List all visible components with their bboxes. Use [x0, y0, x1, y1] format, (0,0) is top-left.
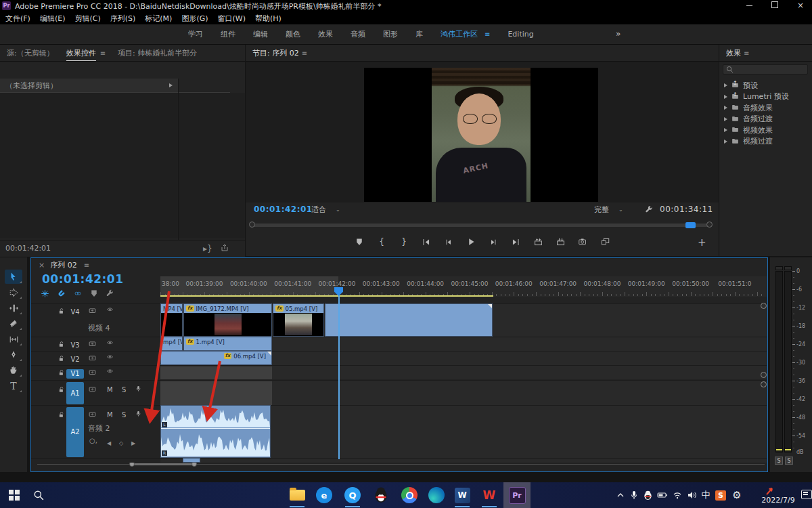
mute-button[interactable]: M — [107, 386, 113, 394]
tray-expand-chevron[interactable] — [614, 489, 627, 501]
comparison-view-icon[interactable] — [599, 236, 611, 248]
track-badge-a2[interactable]: A2 — [66, 407, 84, 457]
go-to-out-icon[interactable] — [510, 236, 522, 248]
scrub-track[interactable] — [252, 224, 709, 227]
tool-razor[interactable] — [5, 316, 22, 331]
clip-v4-05mp4[interactable]: fx05.mp4 [V] — [273, 303, 324, 337]
monitor-settings-wrench-icon[interactable] — [645, 205, 653, 213]
tool-ripple-edit[interactable] — [5, 301, 22, 315]
next-keyframe-icon[interactable]: ▶ — [131, 438, 135, 447]
twirl-right-icon[interactable] — [724, 83, 727, 87]
meter-solo-left[interactable]: S — [775, 457, 783, 465]
program-current-timecode[interactable]: 00:01:42:01 — [254, 205, 313, 214]
vertical-scroll-handle[interactable] — [761, 381, 767, 387]
left-panel-tab-1[interactable]: 效果控件 — [66, 45, 96, 61]
qq-icon[interactable] — [372, 486, 390, 504]
timeline-settings-icon[interactable] — [106, 289, 114, 298]
mark-in-icon[interactable]: { — [376, 236, 388, 248]
go-to-in-icon[interactable] — [420, 236, 432, 248]
taskbar-date[interactable]: 2022/7/9 — [757, 496, 800, 505]
track-badge-v2[interactable]: V2 — [66, 355, 84, 364]
sogou-tray-icon[interactable]: S — [715, 489, 727, 501]
workspace-tab-4[interactable]: 效果 — [318, 29, 333, 39]
meter-solo-right[interactable]: S — [785, 457, 793, 465]
edge-legacy-icon[interactable]: e — [315, 486, 333, 504]
quark-browser-icon[interactable]: Q — [344, 486, 361, 504]
workspace-tab-6[interactable]: 图形 — [383, 29, 398, 39]
workspace-tab-3[interactable]: 颜色 — [286, 29, 300, 39]
timeline-zoom-scrollbar[interactable] — [37, 463, 765, 466]
left-panel-tab-2[interactable]: 项目: 帅栋婚礼前半部分 — [118, 45, 197, 60]
export-frame-icon[interactable] — [221, 244, 229, 252]
track-badge-a1[interactable]: A1 — [66, 382, 84, 404]
twirl-right-icon[interactable] — [724, 128, 727, 132]
tool-selection[interactable] — [5, 270, 22, 284]
mark-out-icon[interactable]: } — [398, 236, 410, 248]
clip-v4-img9172[interactable]: fxIMG_9172.MP4 [V] — [183, 303, 272, 337]
panel-menu-icon[interactable]: ≡ — [100, 49, 106, 57]
effects-folder-3[interactable]: 音频过渡 — [719, 114, 812, 125]
menu-item-5[interactable]: 图形(G) — [181, 14, 208, 24]
clip-v4-mp4[interactable]: MP4 [V] — [160, 303, 183, 337]
maximize-button[interactable] — [763, 0, 786, 12]
twirl-right-icon[interactable] — [724, 117, 727, 121]
effects-folder-2[interactable]: 音频效果 — [719, 102, 812, 114]
workspace-tab-1[interactable]: 组件 — [221, 29, 235, 39]
battery-tray-icon[interactable] — [656, 489, 669, 501]
lift-icon[interactable] — [532, 236, 544, 248]
left-panel-tab-0[interactable]: 源:（无剪辑） — [7, 45, 54, 60]
track-output-icon[interactable] — [88, 341, 97, 347]
track-name-label[interactable]: 音频 2 — [88, 423, 110, 433]
workspace-tab-8[interactable]: 鸿伟工作区 — [441, 29, 478, 39]
timeline-current-timecode[interactable]: 00:01:42:01 — [42, 272, 124, 286]
track-badge-v4[interactable]: V4 — [66, 308, 84, 317]
insert-overwrite-nest-icon[interactable] — [41, 289, 49, 298]
track-name-label[interactable]: 视频 4 — [88, 323, 110, 333]
menu-item-2[interactable]: 剪辑(C) — [74, 14, 100, 24]
track-output-icon[interactable] — [88, 355, 97, 362]
effects-panel-tab[interactable]: 效果 — [726, 45, 741, 60]
twirl-right-icon[interactable] — [724, 95, 727, 99]
snap-icon[interactable] — [57, 289, 66, 298]
track-lock-icon[interactable] — [58, 355, 65, 363]
workspace-tab-0[interactable]: 学习 — [188, 29, 203, 39]
menu-item-1[interactable]: 编辑(E) — [40, 14, 66, 24]
solo-button[interactable]: S — [122, 386, 126, 394]
taskbar-search-icon[interactable] — [30, 486, 47, 504]
close-button[interactable]: × — [789, 0, 812, 12]
settings-gear-icon[interactable]: ⚙ — [731, 489, 743, 501]
track-eye-icon[interactable] — [106, 369, 114, 375]
voiceover-mic-icon[interactable] — [135, 410, 141, 418]
play-icon[interactable] — [465, 236, 477, 248]
twirl-right-icon[interactable] — [724, 106, 727, 110]
effects-search-input[interactable] — [723, 64, 808, 75]
minimize-button[interactable] — [738, 0, 761, 12]
twirl-right-icon[interactable] — [724, 140, 727, 144]
track-lane-a1[interactable] — [160, 380, 767, 405]
track-eye-icon[interactable] — [106, 308, 114, 314]
no-clip-selected-header[interactable]: （未选择剪辑） — [0, 79, 178, 92]
wps-icon[interactable]: W — [480, 486, 498, 504]
effects-folder-5[interactable]: 视频过渡 — [719, 136, 812, 148]
menu-item-3[interactable]: 序列(S) — [110, 14, 136, 24]
edge-icon[interactable] — [428, 486, 445, 504]
mute-button[interactable]: M — [107, 411, 113, 419]
menu-item-6[interactable]: 窗口(W) — [218, 14, 246, 24]
button-editor-plus[interactable]: + — [698, 236, 706, 249]
volume-tray-icon[interactable] — [685, 489, 698, 501]
add-marker-icon[interactable] — [353, 236, 365, 248]
linked-selection-icon[interactable] — [73, 291, 83, 297]
clip-v3-mp4[interactable]: mp4 [V] — [160, 337, 183, 351]
track-eye-icon[interactable] — [106, 341, 114, 347]
effects-folder-1[interactable]: ↥Lumetri 预设 — [719, 91, 812, 103]
track-lock-icon[interactable] — [58, 386, 65, 394]
workspace-tab-7[interactable]: 库 — [415, 29, 423, 39]
premiere-taskbar-icon[interactable]: Pr — [508, 486, 526, 504]
track-lock-icon[interactable] — [58, 411, 65, 419]
vertical-scroll-handle[interactable] — [761, 372, 767, 378]
scrollbar-thumb[interactable] — [685, 222, 696, 228]
panel-menu-icon[interactable]: ≡ — [84, 261, 89, 269]
mic-tray-icon[interactable] — [628, 489, 640, 501]
menu-item-7[interactable]: 帮助(H) — [255, 14, 281, 24]
clip-a3-sliver[interactable]: fx — [183, 458, 200, 463]
